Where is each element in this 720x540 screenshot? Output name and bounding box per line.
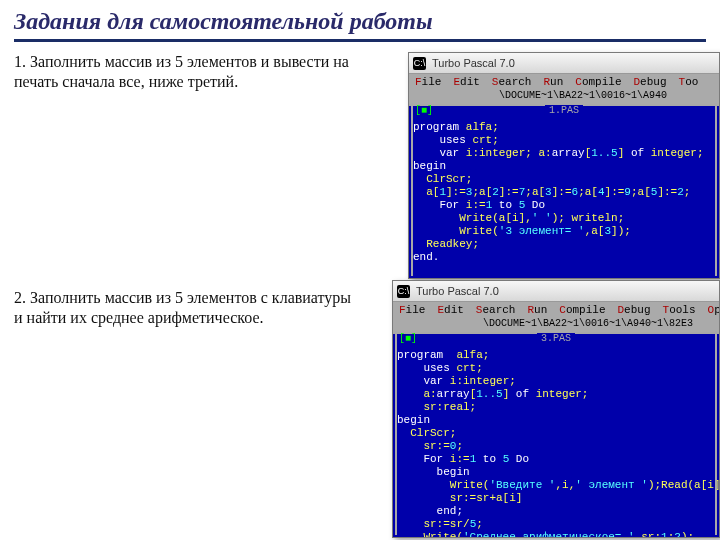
menu-tools[interactable]: Too [673,75,705,89]
editor-border-right [715,103,717,276]
task-1-text: 1. Заполнить массив из 5 элементов и выв… [14,52,354,92]
window-titlebar: C:\ Turbo Pascal 7.0 [409,53,719,74]
window-titlebar: C:\ Turbo Pascal 7.0 [393,281,719,302]
task-2-text: 2. Заполнить массив из 5 элементов с кла… [14,288,354,328]
app-icon: C:\ [413,57,426,70]
code-area[interactable]: program alfa; uses crt; var i:integer; a… [393,347,719,538]
menu-options[interactable]: Opt [702,303,719,317]
menu-tools[interactable]: Tools [657,303,702,317]
close-marker[interactable]: [■] [399,333,417,344]
menu-file[interactable]: File [393,303,431,317]
menu-search[interactable]: Search [470,303,522,317]
window-title: Turbo Pascal 7.0 [432,57,515,69]
menu-bar: File Edit Search Run Compile Debug Too [409,74,719,90]
menu-edit[interactable]: Edit [447,75,485,89]
editor-border-right [715,331,717,535]
editor-border-left [411,103,413,276]
code-area[interactable]: program alfa; uses crt; var i:integer; a… [409,119,719,268]
content-area: 1. Заполнить массив из 5 элементов и выв… [0,52,720,532]
menu-run[interactable]: Run [521,303,553,317]
app-icon: C:\ [397,285,410,298]
title-rule [14,39,706,42]
file-name: 3.PAS [537,333,575,344]
editor-border-left [395,331,397,535]
menu-debug[interactable]: Debug [628,75,673,89]
editor-header: [■] 1.PAS [409,104,719,119]
menu-compile[interactable]: Compile [553,303,611,317]
menu-bar: File Edit Search Run Compile Debug Tools… [393,302,719,318]
file-name: 1.PAS [545,105,583,116]
close-marker[interactable]: [■] [415,105,433,116]
menu-file[interactable]: File [409,75,447,89]
path-bar: \DOCUME~1\BA22~1\0016~1\A940~1\82E3 [393,318,719,332]
menu-run[interactable]: Run [537,75,569,89]
ide-window-1: C:\ Turbo Pascal 7.0 File Edit Search Ru… [408,52,720,279]
menu-compile[interactable]: Compile [569,75,627,89]
page-title: Задания для самостоятельной работы [0,0,720,39]
menu-search[interactable]: Search [486,75,538,89]
path-bar: \DOCUME~1\BA22~1\0016~1\A940 [409,90,719,104]
editor-header: [■] 3.PAS [393,332,719,347]
window-title: Turbo Pascal 7.0 [416,285,499,297]
ide-window-2: C:\ Turbo Pascal 7.0 File Edit Search Ru… [392,280,720,538]
menu-edit[interactable]: Edit [431,303,469,317]
menu-debug[interactable]: Debug [612,303,657,317]
